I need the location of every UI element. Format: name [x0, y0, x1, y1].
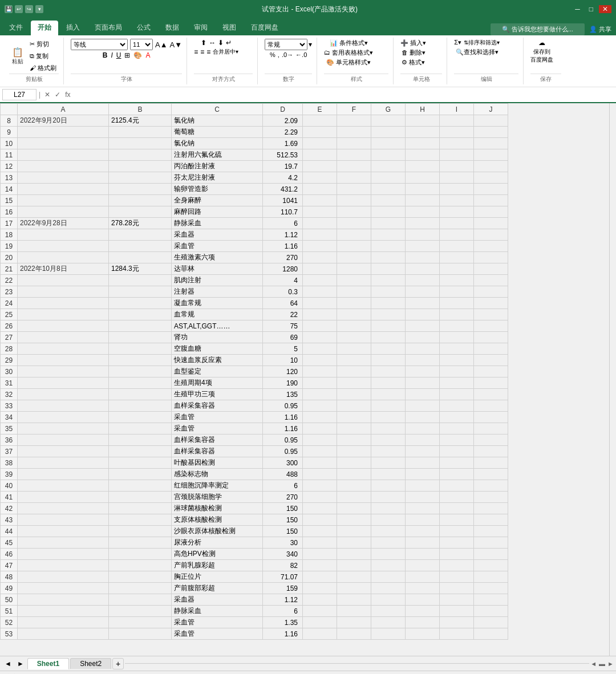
cell-d[interactable]: 1.16: [263, 241, 303, 252]
cell-empty[interactable]: [440, 161, 474, 172]
cell-empty[interactable]: [337, 298, 371, 309]
cell-empty[interactable]: [371, 115, 406, 127]
cell-empty[interactable]: [406, 309, 440, 320]
cell-empty[interactable]: [371, 389, 406, 400]
row-header[interactable]: 40: [1, 480, 18, 492]
cell-d[interactable]: 150: [263, 503, 303, 514]
cell-d[interactable]: 6: [263, 218, 303, 229]
cell-empty[interactable]: [474, 229, 508, 241]
cell-empty[interactable]: [440, 389, 474, 400]
cell-empty[interactable]: [303, 389, 337, 400]
cell-empty[interactable]: [474, 423, 508, 435]
cell-b[interactable]: [109, 275, 172, 286]
row-header[interactable]: 47: [1, 560, 18, 571]
cell-empty[interactable]: [440, 286, 474, 298]
cell-empty[interactable]: [474, 526, 508, 537]
font-decrease-button[interactable]: A▼: [170, 40, 183, 49]
row-header[interactable]: 26: [1, 320, 18, 332]
row-header[interactable]: 49: [1, 583, 18, 594]
close-button[interactable]: ✕: [599, 5, 611, 13]
cell-empty[interactable]: [303, 583, 337, 594]
cell-empty[interactable]: [474, 206, 508, 218]
row-header[interactable]: 22: [1, 275, 18, 286]
cell-empty[interactable]: [440, 343, 474, 355]
row-header[interactable]: 17: [1, 218, 18, 229]
cell-b[interactable]: [109, 320, 172, 332]
cell-empty[interactable]: [474, 377, 508, 389]
cell-empty[interactable]: [406, 172, 440, 184]
cell-d[interactable]: 6: [263, 606, 303, 617]
cell-empty[interactable]: [337, 446, 371, 457]
cell-a[interactable]: [18, 355, 109, 366]
row-header[interactable]: 46: [1, 549, 18, 560]
cell-a[interactable]: [18, 423, 109, 435]
cell-d[interactable]: 5: [263, 343, 303, 355]
cell-b[interactable]: [109, 549, 172, 560]
row-header[interactable]: 37: [1, 446, 18, 457]
cell-a[interactable]: [18, 320, 109, 332]
cell-empty[interactable]: [474, 571, 508, 583]
cell-c[interactable]: 沙眼衣原体核酸检测: [172, 526, 263, 537]
cell-d[interactable]: 1.16: [263, 628, 303, 640]
cell-empty[interactable]: [371, 275, 406, 286]
tab-formula[interactable]: 公式: [130, 21, 157, 35]
cell-empty[interactable]: [337, 115, 371, 127]
cell-b[interactable]: [109, 252, 172, 263]
cell-empty[interactable]: [406, 115, 440, 127]
cell-a[interactable]: [18, 389, 109, 400]
align-center-button[interactable]: ≡: [200, 48, 204, 56]
cell-b[interactable]: 2125.4元: [109, 115, 172, 127]
cell-d[interactable]: 4.2: [263, 172, 303, 184]
cell-d[interactable]: 270: [263, 252, 303, 263]
cell-empty[interactable]: [474, 435, 508, 446]
cell-d[interactable]: 300: [263, 457, 303, 469]
cell-empty[interactable]: [406, 435, 440, 446]
cell-empty[interactable]: [440, 526, 474, 537]
cell-b[interactable]: [109, 480, 172, 492]
cell-c[interactable]: 感染标志物: [172, 469, 263, 480]
cell-d[interactable]: 190: [263, 377, 303, 389]
cell-empty[interactable]: [303, 195, 337, 206]
cell-empty[interactable]: [406, 549, 440, 560]
cell-empty[interactable]: [303, 423, 337, 435]
cell-empty[interactable]: [406, 332, 440, 343]
cell-empty[interactable]: [337, 252, 371, 263]
cell-empty[interactable]: [406, 320, 440, 332]
col-header-f[interactable]: F: [337, 104, 371, 115]
cell-empty[interactable]: [337, 206, 371, 218]
cell-d[interactable]: 150: [263, 514, 303, 526]
cell-d[interactable]: 19.7: [263, 161, 303, 172]
cell-d[interactable]: 0.95: [263, 400, 303, 412]
cell-empty[interactable]: [371, 366, 406, 377]
percent-button[interactable]: %: [270, 51, 275, 58]
cell-empty[interactable]: [371, 355, 406, 366]
cell-c[interactable]: 静脉采血: [172, 218, 263, 229]
cell-empty[interactable]: [440, 617, 474, 628]
cell-empty[interactable]: [337, 172, 371, 184]
font-family-select[interactable]: 等线: [71, 39, 128, 50]
cell-empty[interactable]: [440, 149, 474, 161]
cell-d[interactable]: 30: [263, 537, 303, 549]
cell-b[interactable]: [109, 309, 172, 320]
cell-d[interactable]: 1.16: [263, 423, 303, 435]
cell-c[interactable]: 氯化钠: [172, 138, 263, 149]
row-header[interactable]: 50: [1, 594, 18, 606]
cell-empty[interactable]: [371, 138, 406, 149]
vertical-scrollbar[interactable]: [609, 103, 616, 656]
cell-empty[interactable]: [440, 594, 474, 606]
cell-empty[interactable]: [440, 377, 474, 389]
cell-c[interactable]: 采血器: [172, 229, 263, 241]
cell-a[interactable]: [18, 446, 109, 457]
cell-d[interactable]: 512.53: [263, 149, 303, 161]
row-header[interactable]: 23: [1, 286, 18, 298]
cell-d[interactable]: 159: [263, 583, 303, 594]
cell-empty[interactable]: [337, 617, 371, 628]
cell-empty[interactable]: [474, 389, 508, 400]
row-header[interactable]: 21: [1, 263, 18, 275]
cell-empty[interactable]: [440, 480, 474, 492]
border-button[interactable]: ⊞: [124, 51, 130, 59]
cell-empty[interactable]: [337, 161, 371, 172]
cell-empty[interactable]: [406, 606, 440, 617]
cell-empty[interactable]: [406, 161, 440, 172]
cell-empty[interactable]: [440, 583, 474, 594]
